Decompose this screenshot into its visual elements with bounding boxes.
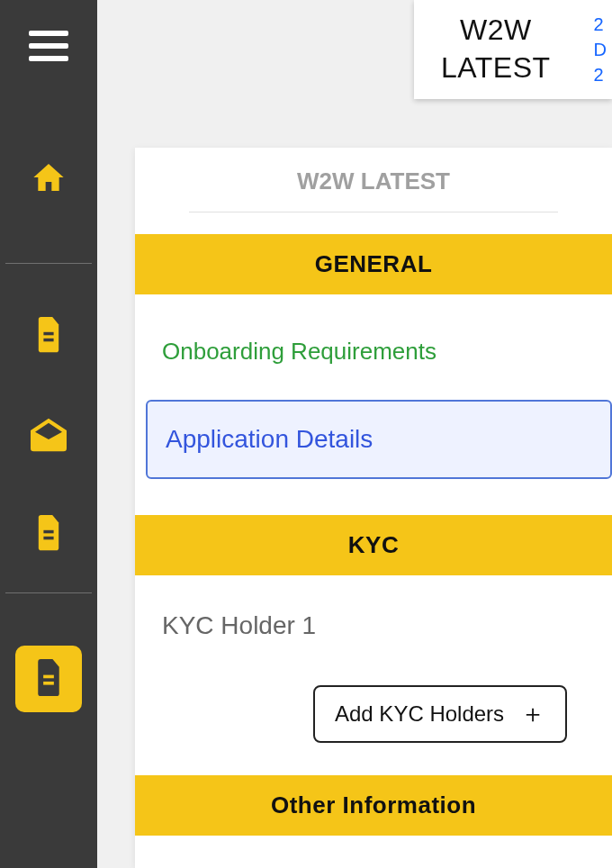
svg-rect-8 xyxy=(43,682,54,685)
svg-rect-2 xyxy=(29,56,68,61)
svg-rect-6 xyxy=(43,537,53,540)
panel-heading: W2W LATEST xyxy=(135,148,612,212)
add-kyc-holders-button[interactable]: Add KYC Holders ＋ xyxy=(313,685,567,743)
document-alt-icon[interactable] xyxy=(26,511,71,556)
mail-open-icon[interactable] xyxy=(26,412,71,457)
active-document-icon[interactable] xyxy=(15,646,82,712)
section-other-information[interactable]: Other Information xyxy=(135,775,612,836)
top-card-date-fragment: 2 D 2 xyxy=(594,12,607,87)
hamburger-menu-icon[interactable] xyxy=(29,31,68,65)
svg-rect-4 xyxy=(43,339,53,342)
main-panel: W2W LATEST GENERAL Onboarding Requiremen… xyxy=(135,148,612,868)
panel-rule xyxy=(189,212,558,212)
top-card-title: W2W LATEST xyxy=(441,12,551,86)
top-card-title-line2: LATEST xyxy=(441,50,551,87)
section-kyc[interactable]: KYC xyxy=(135,515,612,575)
kyc-holder-label: KYC Holder 1 xyxy=(162,611,585,640)
sidebar-divider-2 xyxy=(5,592,92,593)
top-summary-card: W2W LATEST 2 D 2 xyxy=(414,0,612,99)
svg-rect-3 xyxy=(43,332,53,336)
date-frag-3: 2 xyxy=(594,62,607,87)
top-card-title-line1: W2W xyxy=(441,12,551,50)
section-general[interactable]: GENERAL xyxy=(135,234,612,294)
svg-rect-7 xyxy=(43,675,54,679)
onboarding-requirements-label: Onboarding Requirements xyxy=(162,338,612,366)
svg-rect-5 xyxy=(43,530,53,534)
add-kyc-holders-label: Add KYC Holders xyxy=(335,701,504,727)
general-content: Onboarding Requirements Application Deta… xyxy=(135,294,612,515)
sidebar xyxy=(0,0,97,868)
svg-rect-0 xyxy=(29,31,68,36)
kyc-content: KYC Holder 1 Add KYC Holders ＋ xyxy=(135,575,612,775)
application-details-row[interactable]: Application Details xyxy=(146,400,612,479)
date-frag-1: 2 xyxy=(594,12,607,37)
date-frag-2: D xyxy=(594,37,607,62)
svg-rect-1 xyxy=(29,43,68,49)
home-icon[interactable] xyxy=(26,155,71,200)
sidebar-divider xyxy=(5,263,92,264)
plus-icon: ＋ xyxy=(520,701,545,727)
document-icon[interactable] xyxy=(26,313,71,358)
